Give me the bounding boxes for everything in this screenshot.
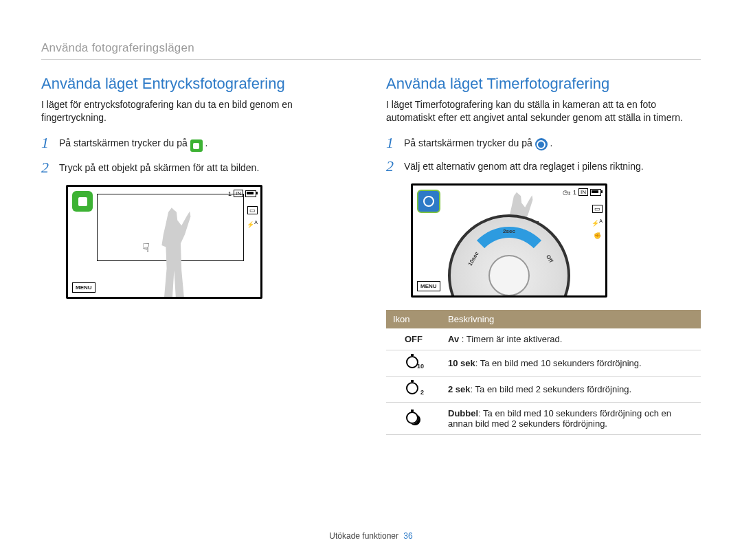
battery-icon — [245, 190, 256, 197]
row-desc-text: Timern är inte aktiverad. — [466, 334, 563, 344]
resolution-icon: ▭ — [247, 206, 258, 214]
page-footer: Utökade funktioner 36 — [0, 531, 742, 541]
camera-preview-tap: ☟ 1 IN ▭ ⚡A MENU — [66, 185, 262, 299]
flash-icon: ⚡A — [247, 220, 258, 228]
table-header-desc: Beskrivning — [441, 310, 701, 328]
step-number: 1 — [41, 135, 52, 150]
icon-sub: 10 — [417, 363, 424, 370]
row-term: 2 sek — [448, 384, 471, 394]
storage-indicator: IN — [234, 190, 243, 197]
row-icon-10s: 10 — [386, 350, 441, 377]
timer-mode-icon — [535, 138, 548, 150]
dial-label: 2sec — [503, 228, 515, 234]
row-icon-2s: 2 — [386, 377, 441, 403]
timer-options-table: Ikon Beskrivning OFF Av : Timern är inte… — [386, 310, 701, 435]
step-text-after: . — [205, 137, 208, 148]
row-sep: : — [459, 334, 466, 344]
tap-mode-icon — [190, 139, 203, 152]
manual-page: Använda fotograferingslägen Använda läge… — [0, 0, 742, 560]
icon-sub: 2 — [420, 389, 424, 396]
dial-hub — [488, 255, 530, 296]
row-desc: Dubbel: Ta en bild med 10 sekunders förd… — [441, 403, 701, 435]
row-icon-double — [386, 403, 441, 435]
step-item: 1 På startskärmen trycker du på . — [386, 135, 701, 151]
right-column: Använda läget Timerfotografering I läget… — [386, 75, 701, 435]
table-row: Dubbel: Ta en bild med 10 sekunders förd… — [386, 403, 701, 435]
step-item: 2 Tryck på ett objekt på skärmen för att… — [41, 160, 356, 175]
page-number: 36 — [403, 531, 412, 541]
row-sep: : — [471, 384, 475, 394]
timer-2s-icon: 2 — [406, 382, 421, 394]
row-icon-off: OFF — [386, 328, 441, 350]
step-text-before: På startskärmen trycker du på — [404, 137, 535, 148]
steps-list-tap: 1 På startskärmen trycker du på . 2 Tryc… — [41, 135, 356, 176]
row-desc: 2 sek: Ta en bild med 2 sekunders fördrö… — [441, 377, 701, 403]
step-item: 1 På startskärmen trycker du på . — [41, 135, 356, 153]
timer-10s-icon: 10 — [406, 356, 421, 368]
step-text: På startskärmen trycker du på . — [404, 135, 552, 151]
step-text-after: . — [550, 137, 553, 148]
camera-preview-timer: ◷₂ 1 IN ▭ ⚡A ✊ MENU 2sec — [411, 183, 607, 298]
step-text-before: På startskärmen trycker du på — [59, 137, 190, 148]
mode-chip-tap-icon — [72, 191, 93, 212]
row-desc: 10 sek: Ta en bild med 10 sekunders förd… — [441, 350, 701, 377]
breadcrumb: Använda fotograferingslägen — [41, 41, 701, 60]
steps-list-timer: 1 På startskärmen trycker du på . 2 Välj… — [386, 135, 701, 175]
timer-dial: 2sec 10sec Off — [448, 214, 570, 298]
step-text: Välj ett alternativ genom att dra reglag… — [404, 159, 644, 173]
row-desc-text: Ta en bild med 10 sekunders fördröjning. — [480, 358, 642, 368]
table-header-icon: Ikon — [386, 310, 441, 328]
menu-button: MENU — [72, 282, 95, 293]
left-column: Använda läget Entrycksfotografering I lä… — [41, 75, 356, 435]
row-term: Dubbel — [448, 408, 478, 418]
flash-icon: ⚡A — [592, 219, 603, 227]
table-row: 10 10 sek: Ta en bild med 10 sekunders f… — [386, 350, 701, 377]
section-heading-timer: Använda läget Timerfotografering — [386, 75, 701, 93]
step-number: 2 — [386, 159, 397, 174]
status-bar: ◷₂ 1 IN — [563, 188, 601, 196]
step-text: Tryck på ett objekt på skärmen för att t… — [59, 160, 259, 175]
step-number: 2 — [41, 160, 52, 175]
row-sep: : — [478, 408, 483, 418]
shot-count: 1 — [573, 189, 576, 196]
timer-double-icon — [406, 412, 421, 424]
row-desc: Av : Timern är inte aktiverad. — [441, 328, 701, 350]
section-lead-tap: I läget för entrycksfotografering kan du… — [41, 98, 356, 124]
mode-chip-timer-icon — [417, 190, 440, 213]
row-term: Av — [448, 334, 459, 344]
table-row: OFF Av : Timern är inte aktiverad. — [386, 328, 701, 350]
resolution-icon: ▭ — [592, 205, 603, 213]
step-number: 1 — [386, 135, 397, 150]
side-indicators: ▭ ⚡A — [247, 206, 258, 228]
menu-button: MENU — [417, 281, 440, 291]
two-column-layout: Använda läget Entrycksfotografering I lä… — [41, 75, 701, 435]
step-text: På startskärmen trycker du på . — [59, 135, 207, 153]
stabilizer-icon: ✊ — [594, 232, 601, 239]
battery-icon — [590, 189, 601, 196]
shot-count: 1 — [228, 190, 232, 197]
row-term: 10 sek — [448, 358, 475, 368]
footer-label: Utökade funktioner — [329, 531, 398, 541]
row-sep: : — [475, 358, 480, 368]
section-lead-timer: I läget Timerfotografering kan du ställa… — [386, 98, 701, 124]
tap-cursor-icon: ☟ — [142, 240, 150, 256]
status-bar: 1 IN — [228, 190, 256, 197]
storage-indicator: IN — [578, 188, 588, 196]
section-heading-tap: Använda läget Entrycksfotografering — [41, 75, 356, 93]
side-indicators: ▭ ⚡A ✊ — [592, 205, 603, 239]
table-row: 2 2 sek: Ta en bild med 2 sekunders förd… — [386, 377, 701, 403]
step-item: 2 Välj ett alternativ genom att dra regl… — [386, 159, 701, 174]
row-desc-text: Ta en bild med 2 sekunders fördröjning. — [475, 384, 632, 394]
timer-indicator-icon: ◷₂ — [563, 189, 571, 196]
